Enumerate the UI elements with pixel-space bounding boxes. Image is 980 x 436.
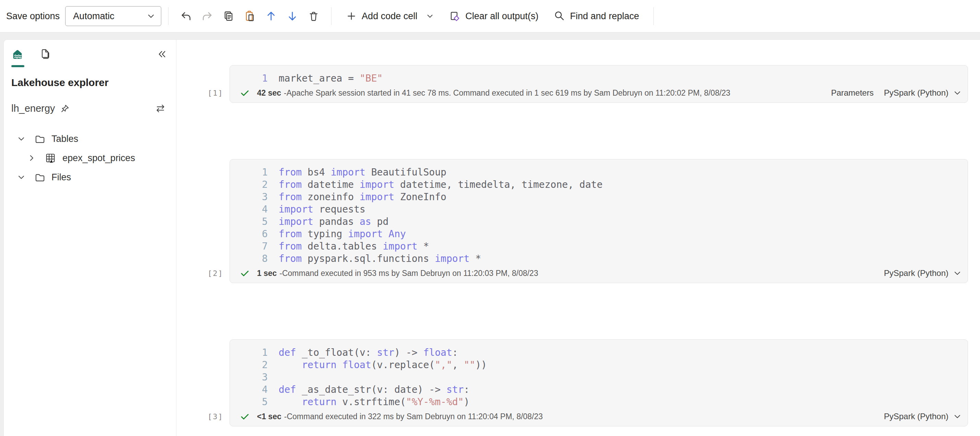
code-line[interactable]: from delta.tables import * (278, 240, 429, 253)
code-token: str (446, 384, 464, 395)
code-line[interactable]: return float(v.replace(",", "")) (278, 359, 487, 371)
code-token (337, 359, 342, 371)
chevron-down-icon[interactable] (953, 269, 961, 277)
tree-item-files[interactable]: Files (11, 168, 168, 187)
language-selector[interactable]: PySpark (Python) (884, 88, 948, 98)
double-chevron-left-icon (157, 49, 168, 60)
code-token (383, 228, 388, 239)
code-line-row: 5 return v.strftime("%Y-%m-%d") (230, 396, 968, 408)
execution-duration: 42 sec (257, 89, 281, 98)
code-line-row: 2from datetime import datetime, timedelt… (230, 179, 968, 191)
code-line[interactable]: from zoneinfo import ZoneInfo (278, 191, 446, 203)
notebook-toolbar: Save options Automatic (0, 0, 980, 33)
code-line[interactable]: market_area = "BE" (278, 72, 383, 85)
code-token: bs4 (302, 166, 331, 178)
chevron-down-icon[interactable] (953, 89, 961, 97)
collapse-sidebar-button[interactable] (157, 48, 168, 60)
code-token: def (278, 384, 296, 395)
autosave-dropdown[interactable]: Automatic (65, 6, 161, 26)
code-cell[interactable]: 1market_area = "BE"42 sec-Apache Spark s… (229, 65, 968, 103)
code-token: from (278, 179, 302, 190)
folder-icon (35, 172, 45, 183)
chevron-down-icon[interactable] (17, 134, 26, 143)
lakehouse-name-row[interactable]: lh_energy (11, 103, 168, 114)
code-token: as (360, 216, 371, 227)
code-line[interactable]: from pyspark.sql.functions import * (278, 253, 481, 265)
notebook-cells: [1]1market_area = "BE"42 sec-Apache Spar… (229, 65, 980, 426)
code-line[interactable]: from datetime import datetime, timedelta… (278, 179, 603, 191)
paste-button[interactable] (239, 5, 261, 27)
add-code-cell-button[interactable]: Add code cell (338, 5, 441, 27)
tree-item-label: Files (51, 172, 71, 183)
code-token: return (302, 359, 336, 371)
undo-button[interactable] (175, 5, 197, 27)
find-and-replace-label: Find and replace (570, 11, 639, 22)
document-icon (40, 48, 51, 60)
line-number: 8 (230, 253, 268, 265)
chevron-down-icon[interactable] (953, 412, 961, 420)
code-token: BeautifulSoup (366, 166, 446, 178)
execution-count: [2] (208, 269, 223, 277)
line-number: 7 (230, 240, 268, 253)
line-number: 3 (230, 191, 268, 203)
notebook-cell: [1]1market_area = "BE"42 sec-Apache Spar… (229, 65, 968, 103)
move-cell-up-button[interactable] (261, 5, 282, 27)
line-number: 1 (230, 166, 268, 179)
code-line-row: 8from pyspark.sql.functions import * (230, 253, 968, 265)
language-selector[interactable]: PySpark (Python) (884, 412, 948, 421)
code-line[interactable]: import pandas as pd (278, 216, 388, 228)
switch-lakehouse-icon[interactable] (155, 103, 166, 114)
folder-icon (35, 134, 45, 144)
tree-item-tables[interactable]: Tables (11, 129, 168, 148)
code-token: market_area = (278, 73, 360, 84)
sidebar-tabs (11, 48, 168, 60)
code-cell[interactable]: 1from bs4 import BeautifulSoup2from date… (229, 159, 968, 283)
code-cell[interactable]: 1def _to_float(v: str) -> float:2 return… (229, 339, 968, 426)
trash-icon (308, 10, 320, 22)
tree-item-epex-spot-prices[interactable]: epex_spot_prices (11, 148, 168, 168)
clear-all-outputs-button[interactable]: Clear all output(s) (441, 5, 546, 27)
code-token: import (360, 191, 394, 203)
language-selector[interactable]: PySpark (Python) (884, 268, 948, 278)
line-number: 3 (230, 371, 268, 384)
code-line[interactable]: def _to_float(v: str) -> float: (278, 347, 458, 359)
code-token: v.strftime( (337, 396, 406, 407)
tab-resources[interactable] (40, 48, 55, 60)
code-token: pandas (313, 216, 360, 227)
code-token: : (464, 384, 469, 395)
code-line-row: 2 return float(v.replace(",", "")) (230, 359, 968, 371)
code-token: "," (435, 359, 452, 371)
find-and-replace-button[interactable]: Find and replace (546, 5, 646, 27)
copy-icon (223, 10, 234, 22)
clear-outputs-icon (449, 10, 460, 22)
chevron-right-icon[interactable] (27, 154, 36, 162)
parameters-badge[interactable]: Parameters (831, 88, 873, 98)
code-line[interactable]: def _as_date_str(v: date) -> str: (278, 384, 469, 396)
move-cell-down-button[interactable] (282, 5, 303, 27)
code-line-row: 6from typing import Any (230, 228, 968, 240)
code-line-row: 5import pandas as pd (230, 216, 968, 228)
lakehouse-name: lh_energy (11, 103, 55, 114)
code-line[interactable]: from typing import Any (278, 228, 406, 240)
toolbar-divider (331, 7, 331, 25)
plus-icon (346, 11, 357, 22)
code-line[interactable]: return v.strftime("%Y-%m-%d") (278, 396, 469, 408)
code-token: "BE" (360, 73, 383, 84)
delete-cell-button[interactable] (303, 5, 324, 27)
redo-button[interactable] (197, 5, 218, 27)
notebook-editor: [1]1market_area = "BE"42 sec-Apache Spar… (177, 40, 980, 436)
code-line-row: 4import requests (230, 203, 968, 216)
line-number: 4 (230, 384, 268, 396)
tab-lakehouse[interactable] (11, 48, 27, 60)
line-number: 2 (230, 179, 268, 191)
line-number: 1 (230, 72, 268, 85)
notebook-cell: [3]1def _to_float(v: str) -> float:2 ret… (229, 339, 968, 426)
chevron-down-icon[interactable] (17, 173, 26, 182)
code-line[interactable]: from bs4 import BeautifulSoup (278, 166, 446, 179)
code-line[interactable]: import requests (278, 203, 366, 216)
add-code-cell-label: Add code cell (362, 11, 417, 22)
code-token: from (278, 253, 302, 264)
code-token: datetime (302, 179, 360, 190)
copy-button[interactable] (218, 5, 239, 27)
chevron-down-icon[interactable] (426, 12, 434, 20)
